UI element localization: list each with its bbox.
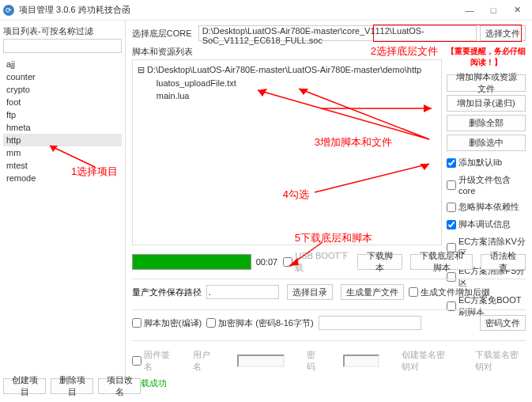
usb-boot-checkbox[interactable] [283, 257, 292, 267]
project-filter-label: 项目列表-可按名称过滤 [3, 25, 122, 37]
select-core-button[interactable]: 选择文件 [480, 25, 526, 41]
project-panel: 项目列表-可按名称过滤 ajj counter crypto foot ftp … [0, 21, 126, 393]
svg-line-8 [315, 164, 429, 192]
project-item[interactable]: ftp [3, 108, 122, 121]
password-file-button[interactable]: 密码文件 [480, 315, 526, 331]
right-panel: 选择底层CORE D:\Desktop\LuatOS-Air780E-maste… [126, 21, 532, 393]
sign-password-input [343, 355, 379, 367]
debug-info-checkbox[interactable] [447, 220, 456, 229]
download-key-label: 下载签名密钥对 [475, 349, 526, 373]
project-list: ajj counter crypto foot ftp hmeta http m… [3, 58, 122, 388]
add-script-button[interactable]: 增加脚本或资源文件 [447, 74, 526, 92]
default-lib-checkbox[interactable] [447, 158, 456, 168]
project-filter-input[interactable] [3, 39, 122, 53]
divider [132, 279, 526, 279]
script-tree[interactable]: ⊟ D:\Desktop\LuatOS-Air780E-master\LuatO… [132, 59, 442, 245]
close-button[interactable]: ✕ [505, 2, 529, 18]
mass-path-label: 量产文件保存路径 [132, 286, 202, 298]
project-item[interactable]: foot [3, 96, 122, 108]
core-path-input[interactable]: D:\Desktop\LuatOS-Air780E-master\core_V1… [198, 25, 477, 41]
create-key-label: 创建签名密钥对 [402, 349, 452, 373]
title-bar: ⟳ 项目管理 3.0.6 跨功耗技合函 — □ ✕ [0, 0, 532, 21]
annotation-5: 5下载底层和脚本 [295, 230, 372, 246]
annotation-3: 3增加脚本和文件 [315, 135, 392, 150]
tree-file[interactable]: main.lua [138, 89, 436, 103]
ignore-dep-checkbox[interactable] [447, 203, 456, 212]
project-item[interactable]: mm [3, 146, 122, 159]
create-project-button[interactable]: 创建项目 [3, 378, 46, 394]
app-icon: ⟳ [3, 5, 14, 16]
time-label: 00:07 [256, 257, 279, 267]
minimize-button[interactable]: — [458, 2, 481, 18]
svg-marker-7 [424, 104, 432, 112]
annotation-1: 1选择项目 [71, 165, 118, 179]
username-label: 用户名 [193, 349, 215, 373]
status-message: 下载成功 [132, 377, 526, 389]
project-item[interactable]: hmeta [3, 121, 122, 134]
suffix-checkbox[interactable] [409, 287, 418, 297]
tree-file[interactable]: luatos_uploadFile.txt [138, 77, 436, 90]
add-dir-button[interactable]: 增加目录(递归) [447, 95, 526, 112]
download-core-script-button[interactable]: 下载底层和脚本 [410, 254, 473, 270]
project-item[interactable]: crypto [3, 83, 122, 96]
progress-bar [132, 254, 251, 270]
gen-mass-file-button[interactable]: 生成量产文件 [341, 284, 404, 300]
annotation-4: 4勾选 [283, 187, 309, 203]
window-title: 项目管理 3.0.6 跨功耗技合函 [19, 4, 458, 16]
important-note: 【重要提醒，务必仔细阅读！】 [447, 46, 526, 68]
delete-project-button[interactable]: 删除项目 [51, 378, 93, 394]
maximize-button[interactable]: □ [481, 2, 505, 18]
script-compile-checkbox[interactable] [132, 318, 141, 328]
upgrade-core-checkbox[interactable] [447, 180, 456, 190]
download-script-button[interactable]: 下载脚本 [357, 254, 402, 270]
rename-project-button[interactable]: 项目改名 [98, 378, 141, 394]
username-input [237, 355, 285, 367]
syntax-check-button[interactable]: 语法检查 [481, 254, 526, 270]
core-label: 选择底层CORE [132, 28, 192, 40]
project-item[interactable]: counter [3, 70, 122, 83]
tree-root[interactable]: ⊟ D:\Desktop\LuatOS-Air780E-master\LuatO… [138, 63, 436, 77]
mass-path-input[interactable] [206, 285, 279, 299]
arrow-icon [311, 159, 437, 199]
divider [132, 340, 526, 341]
delete-all-button[interactable]: 删除全部 [447, 115, 526, 131]
annotation-2: 2选择底层文件 [371, 44, 438, 59]
project-item[interactable]: http [3, 134, 122, 146]
delete-selected-button[interactable]: 删除选中 [447, 135, 526, 151]
encrypt-script-checkbox[interactable] [206, 318, 216, 328]
divider [132, 309, 526, 310]
firmware-sign-checkbox[interactable] [132, 356, 141, 366]
password-input[interactable] [319, 316, 421, 330]
svg-marker-9 [420, 164, 429, 170]
project-item[interactable]: ajj [3, 58, 122, 70]
select-dir-button[interactable]: 选择目录 [287, 284, 333, 300]
password-label: 密码 [307, 349, 321, 373]
